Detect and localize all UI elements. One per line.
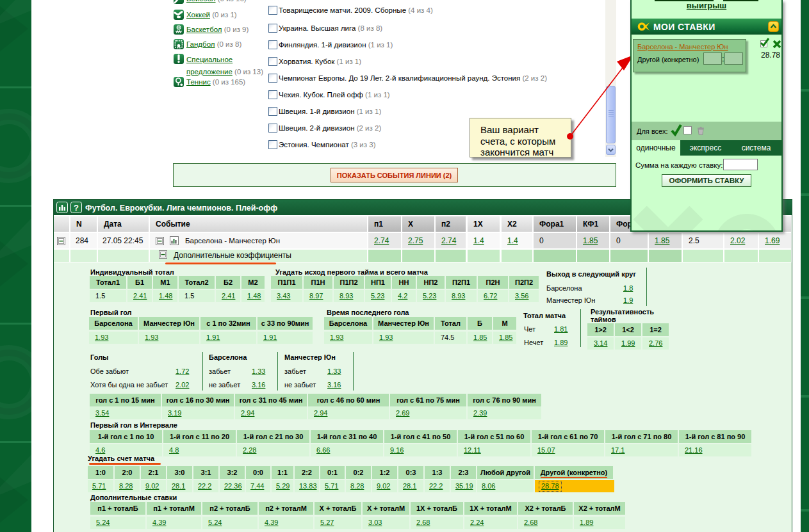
svg-text:?: ?	[74, 203, 79, 213]
